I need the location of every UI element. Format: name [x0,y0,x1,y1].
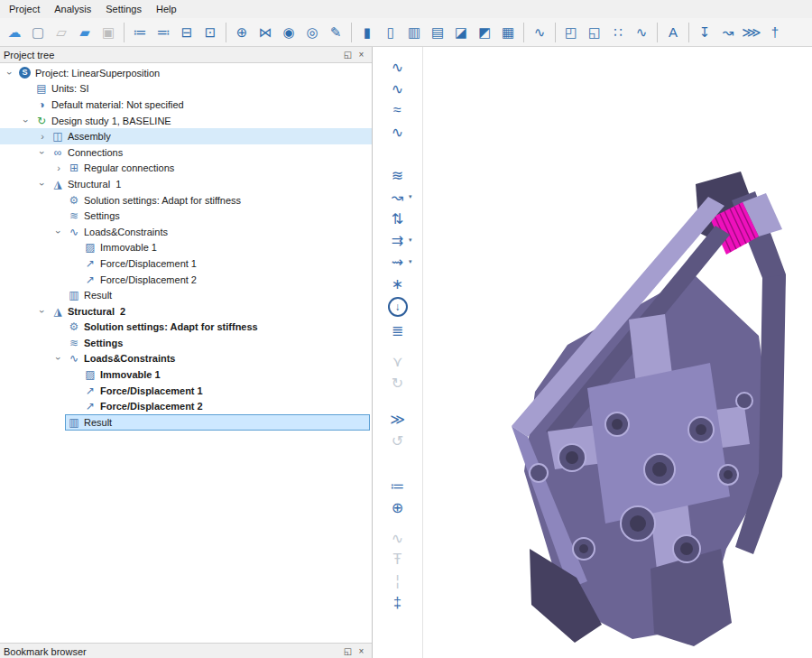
mesh-icon[interactable]: ▦ [496,21,520,44]
swirl-disabled-icon[interactable]: ↺ [385,430,411,451]
tree-row[interactable]: ▨Immovable 1 [0,366,372,383]
graph-disabled-icon[interactable]: ∿ [385,527,411,549]
tree-row[interactable]: ▤Units: SI [0,81,372,97]
tree-row[interactable]: ↗Force/Displacement 1 [0,383,372,399]
result-icon: ▥ [66,289,82,301]
annotate-icon[interactable]: ✎ [324,21,347,44]
tree-row[interactable]: ⚙Solution settings: Adapt for stiffness [0,192,372,209]
corner-shade-alt-icon[interactable]: ◩ [473,21,496,44]
hatch-vertical-icon[interactable]: ▥ [402,21,426,44]
float-panel-icon[interactable]: ◱ [341,50,355,60]
show-all-icon[interactable]: ◎ [300,21,324,44]
import-circle-icon[interactable]: ↓ [388,297,408,317]
project-tree-toggle-icon[interactable]: ≔ [128,21,152,44]
dense-coil-icon[interactable]: ≋ [385,164,411,186]
tree-row[interactable]: ◑Default material: Not specified [0,97,372,113]
force-coil-icon[interactable]: ↝▾ [385,186,411,208]
rotate-disabled-icon[interactable]: ↻ [385,372,411,394]
new-document-icon[interactable]: ▢ [26,21,50,44]
tree-chevron-icon[interactable]: › [52,162,65,173]
tree-chevron-icon[interactable]: › [37,305,48,318]
tree-row[interactable]: ›◮Structural 2 [0,303,372,320]
tree-chevron-icon[interactable]: › [53,226,64,238]
corner-shade-icon[interactable]: ◪ [449,21,473,44]
probe-displacement-icon[interactable]: ↧ [693,21,716,44]
arrow-chain-icon[interactable]: ⇉▾ [385,229,411,251]
coil-slash-icon[interactable]: ≈ [385,99,411,121]
coil-group-icon[interactable]: ∿ [630,21,653,44]
spot-weld-icon[interactable]: ∿ [528,21,551,44]
analysis-side-toolbar: ∿∿≈∿≋↝▾⇅⇉▾⇝▾∗↓≣⋎↻≫↺≔⊕∿Ŧ¦‡ [373,47,423,658]
hatch-horizontal-icon[interactable]: ▤ [426,21,449,44]
tree-row[interactable]: ≋Settings [0,335,372,351]
force-displacement-icon: ↗ [82,400,98,412]
menu-analysis[interactable]: Analysis [47,1,98,17]
tree-row[interactable]: ›SProject: LinearSuperposition [0,65,372,81]
tree-row[interactable]: ≋Settings [0,208,372,224]
tree-row[interactable]: ›↻Design study 1, BASELINE [0,113,372,129]
probe-disabled-icon[interactable]: ⋎ [385,350,411,372]
collapse-panel-icon[interactable]: ⊟ [175,21,198,44]
menu-settings[interactable]: Settings [98,1,149,17]
units-icon: ▤ [33,82,50,95]
text-label-icon[interactable]: A [661,21,685,44]
tree-row[interactable]: ↗Force/Displacement 2 [0,398,372,414]
bars-list-icon[interactable]: ≔ [385,475,411,496]
menu-help[interactable]: Help [149,1,184,17]
section-cut-icon[interactable]: ⋈ [254,21,277,44]
checklist-icon[interactable]: ≕ [152,21,175,44]
tree-row[interactable]: ↗Force/Displacement 2 [0,272,372,288]
spring-add-icon[interactable]: ‡ [385,592,411,614]
arrow-wave-icon[interactable]: ⇝▾ [385,251,411,273]
tree-chevron-icon[interactable]: › [37,146,48,159]
tree-row[interactable]: ▨Immovable 1 [0,240,372,256]
parts-blocks-alt-icon[interactable]: ◱ [583,21,606,44]
close-panel-icon[interactable]: × [355,646,368,656]
thermometer-icon[interactable]: † [763,21,787,44]
show-hide-icon[interactable]: ◉ [277,21,300,44]
tree-chevron-icon[interactable]: › [37,178,48,190]
tree-row[interactable]: ▥Result [0,287,372,303]
close-panel-icon[interactable]: × [355,50,368,60]
tree-row[interactable]: ›∿Loads&Constraints [0,351,372,367]
float-panel-icon[interactable]: ◱ [341,646,355,656]
bookmark-screen-icon[interactable]: ⊡ [198,21,222,44]
sheet-icon[interactable]: ▯ [379,21,402,44]
arrows-percent-icon[interactable]: ≫ [385,408,411,430]
tree-row[interactable]: ›⊞Regular connections [0,161,372,177]
list-add-icon[interactable]: ≣ [385,320,411,341]
coil-icon-3[interactable]: ∿ [385,121,411,143]
tree-row[interactable]: ↗Force/Displacement 1 [0,255,372,272]
parts-blocks-icon[interactable]: ◰ [559,21,583,44]
tree-chevron-icon[interactable]: › [36,131,49,142]
tree-item-label: Settings [82,338,123,348]
save-icon[interactable]: ▣ [97,21,120,44]
tree-chevron-icon[interactable]: › [21,115,32,127]
pin-disabled-icon[interactable]: ¦ [385,570,411,592]
dots-grid-icon[interactable]: ∷ [606,21,630,44]
tree-row[interactable]: ▥Result [0,414,372,431]
viewport-3d[interactable] [423,47,812,658]
star-coil-icon[interactable]: ∗ [385,273,411,294]
tree-chevron-icon[interactable]: › [53,352,64,365]
tree-row-body: ▥Result [65,287,370,303]
tree-row[interactable]: ⚙Solution settings: Adapt for stiffness [0,320,372,336]
tree-row[interactable]: ›∞Connections [0,144,372,161]
seam-weld-icon[interactable]: ▮ [355,21,379,44]
zoom-select-icon[interactable]: ⊕ [230,21,254,44]
coil-icon-2[interactable]: ∿ [385,78,411,99]
folder-icon[interactable]: ▰ [73,21,97,44]
probe-mesh-icon[interactable]: ⋙ [740,21,763,44]
clamp-disabled-icon[interactable]: Ŧ [385,549,411,570]
probe-path-icon[interactable]: ↝ [716,21,740,44]
menu-project[interactable]: Project [2,1,47,17]
tree-row[interactable]: ›◮Structural 1 [0,176,372,192]
arrows-updown-icon[interactable]: ⇅ [385,208,411,229]
tree-chevron-icon[interactable]: › [5,67,15,79]
globe-add-icon[interactable]: ⊕ [385,496,411,518]
tree-row[interactable]: ›∿Loads&Constraints [0,224,372,240]
coil-icon-1[interactable]: ∿ [385,56,411,78]
tree-row[interactable]: ›◫Assembly [0,128,372,144]
cloud-icon[interactable]: ☁ [3,21,26,44]
open-folder-icon[interactable]: ▱ [50,21,73,44]
